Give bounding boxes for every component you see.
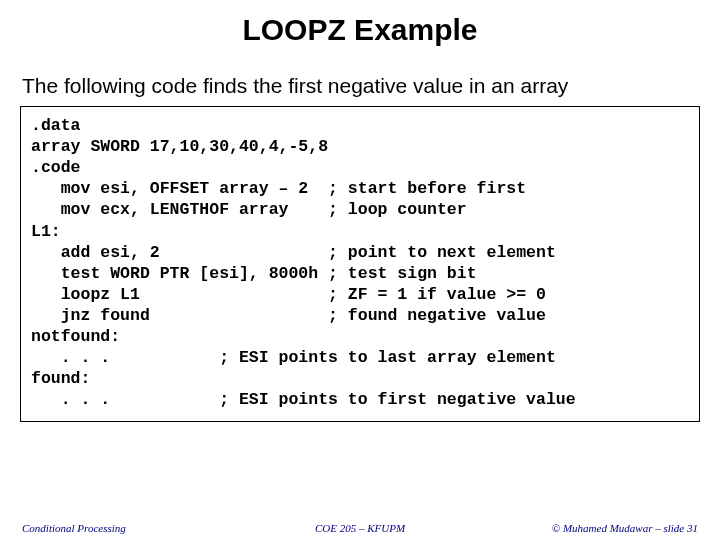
slide-title: LOOPZ Example: [0, 0, 720, 60]
code-listing: .data array SWORD 17,10,30,40,4,-5,8 .co…: [20, 106, 700, 422]
footer-center: COE 205 – KFUPM: [315, 522, 405, 534]
footer-left: Conditional Processing: [22, 522, 126, 534]
title-bar: LOOPZ Example: [0, 0, 720, 60]
footer-right: © Muhamed Mudawar – slide 31: [552, 522, 698, 534]
slide-subtitle: The following code finds the first negat…: [22, 74, 712, 98]
